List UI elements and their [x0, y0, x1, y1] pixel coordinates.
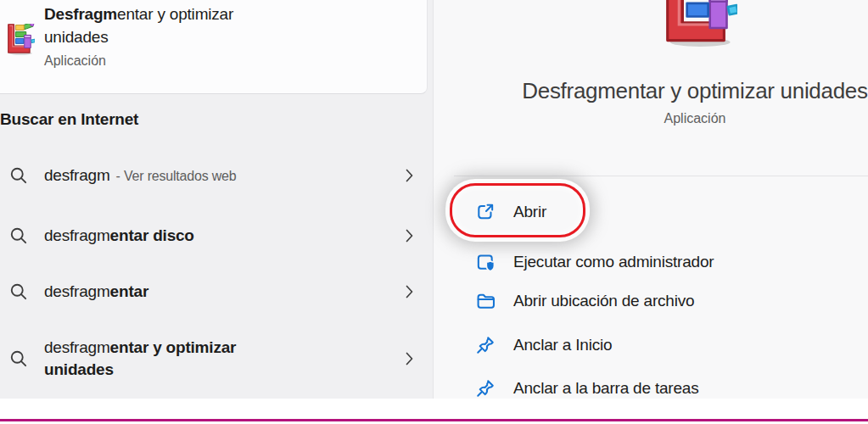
suggestion-hint: - Ver resultados web: [116, 169, 237, 183]
action-label: Abrir ubicación de archivo: [513, 292, 694, 310]
app-preview-panel: Desfragmentar y optimizar unidades Aplic…: [434, 0, 868, 399]
suggestion-typed: desfragm: [44, 226, 110, 244]
pin-icon: [475, 378, 496, 399]
app-subtitle: Aplicación: [434, 111, 868, 126]
action-label: Anclar a la barra de tareas: [513, 379, 699, 398]
suggestion-row[interactable]: desfragm- Ver resultados web: [0, 158, 427, 193]
action-label: Ejecutar como administrador: [513, 253, 714, 271]
chevron-right-icon: [406, 169, 413, 182]
suggestion-completion: entar disco: [110, 226, 194, 244]
actions-divider: [454, 176, 868, 176]
defrag-app-icon: [3, 24, 35, 56]
search-icon: [9, 349, 28, 368]
suggestion-row[interactable]: desfragmentar: [0, 274, 427, 310]
highlight-annotation: [450, 183, 585, 237]
pin-icon: [475, 335, 496, 355]
suggestion-typed: desfragm: [44, 166, 110, 184]
best-match-subtitle: Aplicación: [44, 53, 261, 69]
folder-icon: [475, 291, 496, 311]
action-label: Anclar a Inicio: [513, 336, 612, 354]
action-pin-to-start[interactable]: Anclar a Inicio: [434, 334, 868, 356]
action-run-as-admin[interactable]: Ejecutar como administrador: [434, 251, 868, 273]
best-match-result[interactable]: Desfragmentar y optimizar unidades Aplic…: [0, 0, 428, 94]
search-icon: [9, 282, 28, 301]
suggestion-row[interactable]: desfragmentar y optimizar unidades: [0, 331, 427, 387]
app-title: Desfragmentar y optimizar unidades: [434, 78, 868, 104]
suggestion-row[interactable]: desfragmentar disco: [0, 218, 427, 254]
search-icon: [9, 226, 28, 245]
chevron-right-icon: [406, 285, 413, 298]
search-icon: [9, 166, 28, 185]
windows-search-flyout: Desfragmentar y optimizar unidades Aplic…: [0, 0, 868, 424]
suggestion-typed: desfragm: [44, 338, 110, 356]
search-results-panel: Desfragmentar y optimizar unidades Aplic…: [0, 0, 434, 399]
suggestion-typed: desfragm: [44, 282, 110, 300]
best-match-text: Desfragmentar y optimizar unidades Aplic…: [44, 3, 261, 69]
best-match-title: Desfragmentar y optimizar unidades: [44, 3, 261, 48]
section-header-web-search: Buscar en Internet: [0, 110, 138, 129]
chevron-right-icon: [406, 229, 413, 243]
defrag-app-icon: [652, 0, 737, 49]
run-as-admin-icon: [475, 252, 496, 272]
action-open-file-location[interactable]: Abrir ubicación de archivo: [434, 290, 868, 312]
bottom-border-rule: [0, 419, 868, 421]
chevron-right-icon: [406, 352, 413, 365]
suggestion-completion: entar: [110, 282, 148, 300]
action-pin-to-taskbar[interactable]: Anclar a la barra de tareas: [434, 377, 868, 399]
